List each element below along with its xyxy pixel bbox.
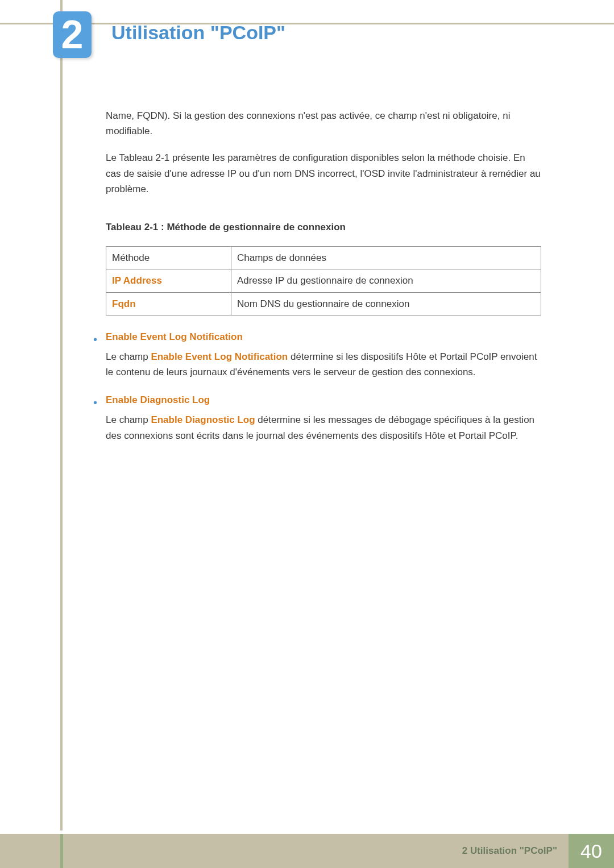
table-cell-data: Nom DNS du gestionnaire de connexion: [231, 292, 541, 315]
table-row: Fqdn Nom DNS du gestionnaire de connexio…: [106, 292, 541, 315]
table-header-cell: Méthode: [106, 247, 231, 269]
footer-accent: [60, 834, 63, 868]
bullet-heading: Enable Event Log Notification: [106, 329, 541, 344]
footer: 2 Utilisation "PCoIP" 40: [0, 834, 614, 868]
paragraph: Le Tableau 2-1 présente les paramètres d…: [106, 150, 541, 197]
methods-table: Méthode Champs de données IP Address Adr…: [106, 246, 541, 315]
page-number: 40: [569, 834, 614, 868]
chapter-number: 2: [61, 15, 84, 55]
text: Le champ: [106, 414, 151, 425]
bullet-heading: Enable Diagnostic Log: [106, 392, 541, 408]
header-rule: [0, 23, 614, 24]
bullet-body: Le champ Enable Diagnostic Log détermine…: [106, 412, 541, 443]
term: Enable Diagnostic Log: [151, 414, 255, 425]
bullet-body: Le champ Enable Event Log Notification d…: [106, 349, 541, 380]
table-row: Méthode Champs de données: [106, 247, 541, 269]
footer-label: 2 Utilisation "PCoIP": [462, 845, 557, 857]
table-cell-data: Adresse IP du gestionnaire de connexion: [231, 269, 541, 292]
content-area: Name, FQDN). Si la gestion des connexion…: [106, 108, 541, 456]
term: Enable Event Log Notification: [151, 351, 288, 362]
chapter-title: Utilisation "PCoIP": [111, 22, 285, 44]
bullet-item: Enable Event Log Notification Le champ E…: [106, 329, 541, 380]
table-cell-method: IP Address: [106, 269, 231, 292]
bullet-item: Enable Diagnostic Log Le champ Enable Di…: [106, 392, 541, 443]
footer-bar: 2 Utilisation "PCoIP": [0, 834, 569, 868]
table-cell-method: Fqdn: [106, 292, 231, 315]
chapter-badge: 2: [53, 11, 92, 58]
table-caption: Tableau 2-1 : Méthode de gestionnaire de…: [106, 219, 541, 235]
table-header-cell: Champs de données: [231, 247, 541, 269]
table-row: IP Address Adresse IP du gestionnaire de…: [106, 269, 541, 292]
paragraph: Name, FQDN). Si la gestion des connexion…: [106, 108, 541, 139]
text: Le champ: [106, 351, 151, 362]
left-rule: [60, 0, 63, 830]
